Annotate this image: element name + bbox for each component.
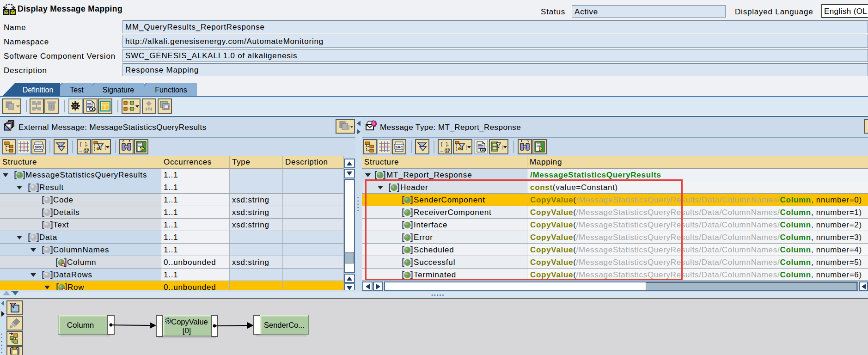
svg-text:CopyValue: CopyValue xyxy=(171,318,208,326)
svg-text:...: ... xyxy=(79,148,82,153)
svg-text:Column: Column xyxy=(67,321,94,330)
svg-text:@: @ xyxy=(444,147,450,153)
svg-text:Signature: Signature xyxy=(103,86,134,94)
svg-text:...: ... xyxy=(440,148,443,153)
svg-text:@: @ xyxy=(83,147,89,153)
svg-text:SenderCo...: SenderCo... xyxy=(264,321,305,329)
svg-text:Test: Test xyxy=(70,86,84,94)
svg-text:Definition: Definition xyxy=(23,86,54,94)
svg-text:SRC: SRC xyxy=(35,145,43,149)
svg-text:SRC: SRC xyxy=(395,145,403,149)
svg-text:...: ... xyxy=(446,142,449,147)
svg-text:[0]: [0] xyxy=(183,326,191,335)
svg-text:Functions: Functions xyxy=(155,86,187,94)
svg-text:...: ... xyxy=(85,142,88,147)
